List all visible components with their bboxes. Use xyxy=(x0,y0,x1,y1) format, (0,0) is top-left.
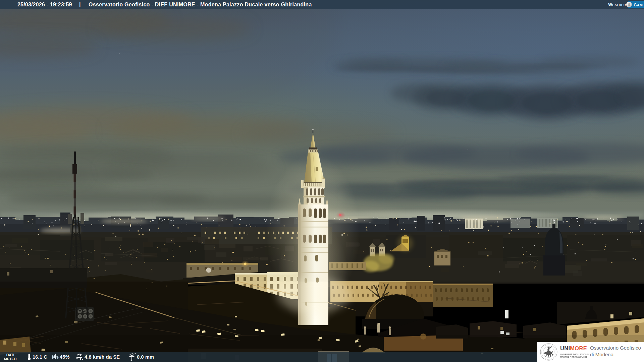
svg-text:1175: 1175 xyxy=(547,358,550,360)
